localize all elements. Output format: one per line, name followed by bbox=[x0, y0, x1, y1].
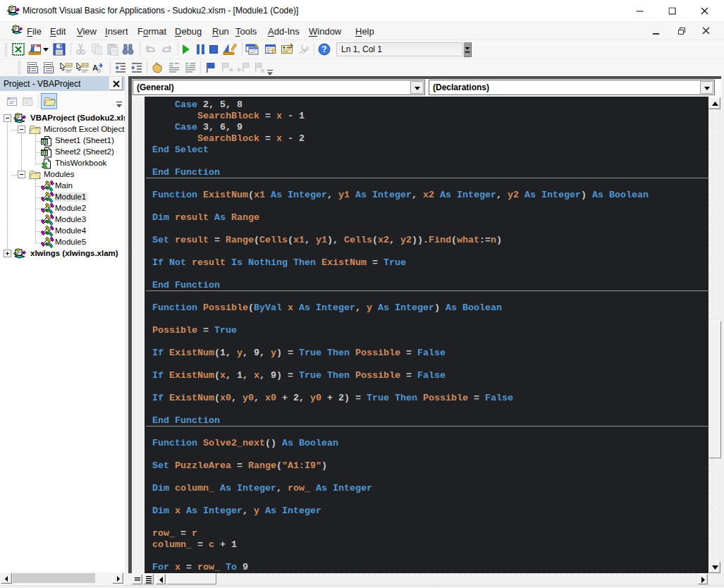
svg-text:?: ? bbox=[321, 44, 326, 54]
svg-text:b: b bbox=[97, 67, 101, 74]
